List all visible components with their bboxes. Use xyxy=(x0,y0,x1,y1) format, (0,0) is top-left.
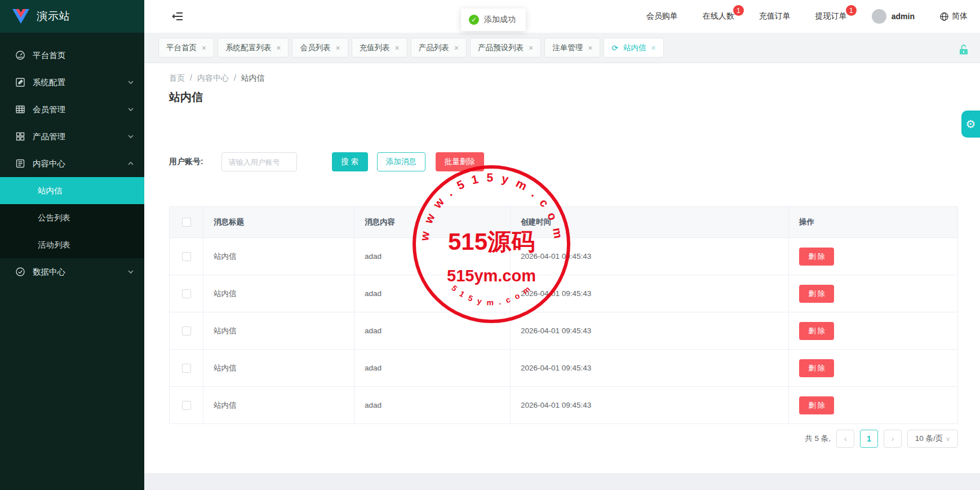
close-icon[interactable]: × xyxy=(588,43,592,52)
delete-button[interactable]: 删 除 xyxy=(799,322,834,340)
close-icon[interactable]: × xyxy=(276,43,281,52)
chevron-down-icon xyxy=(127,106,134,113)
cell-title: 站内信 xyxy=(203,312,354,349)
cell-content: adad xyxy=(354,387,511,423)
sidebar-item-content-center[interactable]: 内容中心 xyxy=(0,150,144,177)
breadcrumb-current: 站内信 xyxy=(241,73,265,83)
close-icon[interactable]: × xyxy=(395,43,400,52)
tab-product-list[interactable]: 产品列表× xyxy=(411,38,467,58)
close-icon[interactable]: × xyxy=(202,43,206,52)
sidebar-item-products[interactable]: 产品管理 xyxy=(0,123,144,150)
row-checkbox[interactable] xyxy=(182,252,191,261)
app-logo-icon xyxy=(12,9,29,24)
tab-label: 产品预设列表 xyxy=(478,43,524,53)
tab-product-preset-list[interactable]: 产品预设列表× xyxy=(470,38,541,58)
cell-title: 站内信 xyxy=(203,387,354,423)
sidebar-item-members[interactable]: 会员管理 xyxy=(0,96,144,123)
delete-button[interactable]: 删 除 xyxy=(799,285,834,303)
sidebar-item-data-center[interactable]: 数据中心 xyxy=(0,258,144,285)
toast-message: 添加成功 xyxy=(484,15,516,25)
dashboard-icon xyxy=(15,50,25,60)
table-icon xyxy=(15,104,25,114)
tab-bet-management[interactable]: 注单管理× xyxy=(544,38,600,58)
table-row: 站内信 adad 2026-04-01 09:45:43 删 除 xyxy=(170,312,957,350)
breadcrumb-separator: / xyxy=(190,73,192,83)
delete-button[interactable]: 删 除 xyxy=(799,248,834,266)
row-checkbox[interactable] xyxy=(182,364,191,373)
refresh-icon[interactable]: ⟳ xyxy=(611,43,618,52)
next-page-button[interactable]: › xyxy=(884,430,902,448)
cell-created: 2026-04-01 09:45:43 xyxy=(511,350,789,386)
tab-member-list[interactable]: 会员列表× xyxy=(292,38,348,58)
success-check-icon: ✓ xyxy=(469,15,479,25)
tab-system-config-list[interactable]: 系统配置列表× xyxy=(218,38,289,58)
sidebar-item-system-config[interactable]: 系统配置 xyxy=(0,69,144,96)
page-size-select[interactable]: 10 条/页 ∨ xyxy=(907,430,958,448)
tabbar: 平台首页× 系统配置列表× 会员列表× 充值列表× 产品列表× 产品预设列表× … xyxy=(144,33,980,63)
cell-title: 站内信 xyxy=(203,238,354,275)
row-checkbox[interactable] xyxy=(182,326,191,336)
sidebar-subitem-label: 活动列表 xyxy=(38,240,70,250)
search-button[interactable]: 搜 索 xyxy=(332,152,368,171)
sidebar-subitem-announcements[interactable]: 公告列表 xyxy=(0,204,144,231)
topbar-link-label: 充值订单 xyxy=(759,11,791,20)
sidebar-subitem-messages[interactable]: 站内信 xyxy=(0,177,144,204)
app-title: 演示站 xyxy=(37,9,70,24)
unlock-icon[interactable] xyxy=(959,44,969,55)
chevron-up-icon xyxy=(127,160,134,167)
topbar-link-withdraw-orders[interactable]: 提现订单 1 xyxy=(815,11,847,21)
tab-recharge-list[interactable]: 充值列表× xyxy=(352,38,407,58)
messages-table: 消息标题 消息内容 创建时间 操作 站内信 adad 2026-04-01 09… xyxy=(169,206,958,424)
main-content: 首页 / 内容中心 / 站内信 站内信 用户账号: 搜 索 添加消息 批量删除 … xyxy=(144,63,980,473)
user-account-input[interactable] xyxy=(221,152,297,171)
row-checkbox[interactable] xyxy=(182,289,191,298)
grid-icon xyxy=(15,131,25,142)
column-header-action: 操作 xyxy=(789,207,957,237)
breadcrumb-section[interactable]: 内容中心 xyxy=(197,73,229,83)
filter-row: 用户账号: 搜 索 添加消息 批量删除 xyxy=(169,152,484,171)
column-header-content: 消息内容 xyxy=(354,207,511,237)
cell-content: adad xyxy=(354,312,511,349)
delete-button[interactable]: 删 除 xyxy=(799,359,834,377)
check-circle-icon xyxy=(15,267,25,277)
breadcrumb: 首页 / 内容中心 / 站内信 xyxy=(169,73,265,83)
select-all-checkbox[interactable] xyxy=(182,218,191,227)
topbar-link-member-orders[interactable]: 会员购单 xyxy=(646,11,678,21)
page-size-value: 10 条/页 xyxy=(915,434,943,444)
batch-delete-button[interactable]: 批量删除 xyxy=(436,152,484,171)
prev-page-button[interactable]: ‹ xyxy=(836,430,854,448)
tab-platform-home[interactable]: 平台首页× xyxy=(158,38,214,58)
topbar-link-recharge-orders[interactable]: 充值订单 xyxy=(759,11,791,21)
withdraw-orders-badge: 1 xyxy=(846,5,857,16)
tab-label: 系统配置列表 xyxy=(225,43,271,53)
topbar: 会员购单 在线人数 1 充值订单 提现订单 1 admin 简体 xyxy=(144,0,980,33)
close-icon[interactable]: × xyxy=(454,43,459,52)
tab-site-messages[interactable]: ⟳站内信× xyxy=(604,38,663,58)
sidebar-subitem-label: 站内信 xyxy=(38,186,63,196)
sidebar-item-label: 数据中心 xyxy=(33,267,65,277)
table-row: 站内信 adad 2026-04-01 09:45:43 删 除 xyxy=(170,387,957,424)
breadcrumb-separator: / xyxy=(234,73,236,83)
cell-title: 站内信 xyxy=(203,275,354,312)
tab-label: 会员列表 xyxy=(300,43,330,53)
user-menu[interactable]: admin xyxy=(872,9,915,24)
sidebar-item-label: 会员管理 xyxy=(33,104,65,115)
sidebar-subitem-activities[interactable]: 活动列表 xyxy=(0,231,144,258)
topbar-link-online-count[interactable]: 在线人数 1 xyxy=(703,11,734,21)
chevron-down-icon xyxy=(127,268,134,275)
close-icon[interactable]: × xyxy=(529,43,533,52)
topbar-link-label: 提现订单 xyxy=(815,11,847,20)
sidebar-item-label: 内容中心 xyxy=(33,158,65,169)
settings-button[interactable]: ⚙ xyxy=(961,111,980,138)
close-icon[interactable]: × xyxy=(335,43,340,52)
delete-button[interactable]: 删 除 xyxy=(799,396,834,414)
row-checkbox[interactable] xyxy=(182,401,191,410)
add-message-button[interactable]: 添加消息 xyxy=(377,152,425,171)
breadcrumb-home[interactable]: 首页 xyxy=(169,73,185,83)
page-number-button[interactable]: 1 xyxy=(860,430,878,448)
sidebar-item-dashboard[interactable]: 平台首页 xyxy=(0,42,144,69)
language-switcher[interactable]: 简体 xyxy=(939,11,968,21)
close-icon[interactable]: × xyxy=(651,43,656,52)
sidebar-item-label: 平台首页 xyxy=(33,50,65,61)
menu-fold-icon[interactable] xyxy=(171,10,184,23)
